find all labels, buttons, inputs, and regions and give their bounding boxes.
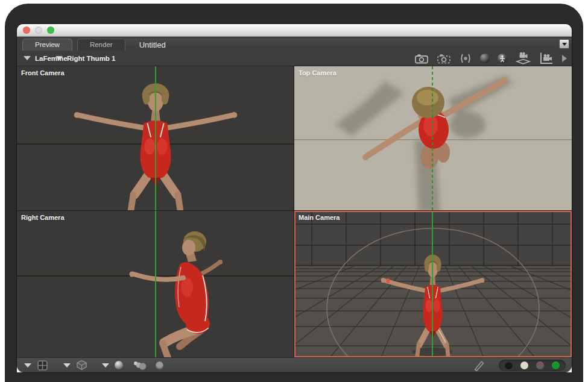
minimize-button[interactable] [35, 27, 42, 34]
tab-bar: Preview Render Untitled [17, 37, 572, 51]
viewport-grid: Front Camera [17, 66, 572, 357]
tab-preview[interactable]: Preview [22, 39, 72, 51]
edit-pencil-icon[interactable] [473, 359, 485, 372]
camera-controls [414, 51, 567, 66]
figure-selector[interactable]: LaFemme [24, 55, 68, 62]
fly-around-camera-icon[interactable] [437, 53, 451, 64]
trackball-icon[interactable] [480, 54, 490, 63]
viewport-label: Top Camera [299, 69, 337, 77]
center-guide-line [432, 66, 433, 210]
display-toolbar [17, 357, 572, 372]
viewport-layout-icon[interactable] [37, 360, 48, 371]
tracking-mode-icon[interactable] [76, 360, 87, 371]
document-tab-shape [113, 39, 572, 51]
chevron-down-icon [562, 43, 567, 46]
viewport-right-camera[interactable]: Right Camera [17, 211, 294, 357]
depth-cued-icon[interactable] [133, 360, 147, 371]
zoom-button[interactable] [47, 27, 54, 34]
shadow-color-chip[interactable] [536, 362, 544, 369]
tracking-menu-caret[interactable] [63, 363, 71, 368]
viewport-front-camera[interactable]: Front Camera [17, 66, 294, 210]
layout-menu-caret[interactable] [24, 363, 31, 368]
title-bar[interactable] [17, 24, 572, 37]
still-camera-icon[interactable] [414, 53, 429, 64]
scene-color-chips [499, 360, 566, 371]
viewport-label: Front Camera [21, 69, 65, 77]
figure-trackball-icon[interactable] [498, 54, 507, 63]
close-button[interactable] [23, 27, 30, 34]
style-menu-caret[interactable] [102, 363, 109, 368]
center-guide-line [155, 211, 156, 357]
figure-render-top [294, 66, 572, 210]
app-window: Preview Render Untitled LaFemme Right Th… [17, 24, 572, 372]
smooth-shaded-icon[interactable] [115, 361, 123, 369]
background-color-chip[interactable] [505, 362, 513, 369]
center-guide-line [155, 66, 156, 210]
figure-render-right [112, 227, 233, 357]
viewport-label: Right Camera [21, 214, 65, 221]
more-tools-icon[interactable] [562, 55, 567, 62]
aperture-icon[interactable] [459, 53, 472, 64]
dolly-camera-icon[interactable] [515, 52, 531, 64]
actor-selector-label: Right Thumb 1 [67, 55, 116, 62]
flat-shaded-icon[interactable] [156, 362, 163, 369]
selector-toolbar: LaFemme Right Thumb 1 [17, 51, 572, 66]
viewport-label: Main Camera [299, 214, 340, 221]
foreground-color-chip[interactable] [520, 362, 528, 369]
page: Preview Render Untitled LaFemme Right Th… [0, 0, 588, 382]
tab-render[interactable]: Render [77, 39, 125, 51]
camera-view-icon[interactable] [539, 52, 554, 64]
document-title: Untitled [139, 40, 166, 49]
ground-color-chip[interactable] [552, 362, 560, 369]
viewport-main-camera[interactable]: Main Camera [294, 211, 572, 357]
chevron-down-icon [24, 56, 31, 60]
tab-overflow-button[interactable] [559, 39, 569, 49]
figure-selector-label: LaFemme [35, 55, 68, 62]
center-guide-line [432, 211, 433, 357]
viewport-top-camera[interactable]: Top Camera [294, 66, 572, 210]
